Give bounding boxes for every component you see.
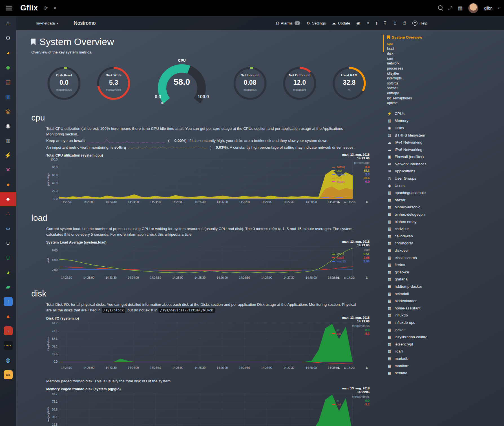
legend-item[interactable]: softirq0.0 xyxy=(332,165,370,169)
rail-item[interactable]: ⚡ xyxy=(0,148,16,162)
rail-item[interactable]: ▲ xyxy=(0,309,16,324)
sidebar-item-binhex-delugevpn[interactable]: ▦binhex-delugevpn xyxy=(387,211,504,218)
rail-item[interactable]: ∪ xyxy=(0,250,16,265)
sidebar-subitem-cpu[interactable]: cpu xyxy=(387,41,504,46)
chart-plot[interactable]: 0.019.539.158.678.197.714:22:3014:23:001… xyxy=(46,392,355,426)
sidebar-item-calibreweb[interactable]: ▦calibreweb xyxy=(387,233,504,240)
legend-item[interactable]: iowait0.0 xyxy=(332,180,370,184)
sidebar-item-jackett[interactable]: ▦jackett xyxy=(387,326,504,334)
twitter-icon[interactable]: ✦ xyxy=(366,21,370,26)
softirq-sparkline[interactable] xyxy=(128,145,207,150)
sidebar-item-ipv4-networking[interactable]: ☁IPv4 Networking xyxy=(387,139,504,146)
resize-handle-icon[interactable]: ⇕ xyxy=(365,366,368,370)
rail-item[interactable]: ▤ xyxy=(0,75,16,89)
zoom-out-icon[interactable]: − xyxy=(354,200,356,204)
sidebar-item-cadvisor[interactable]: ▦cadvisor xyxy=(387,225,504,233)
sidebar-item-applications[interactable]: ⊞Applications xyxy=(387,168,504,175)
play-icon[interactable]: ► xyxy=(337,276,341,280)
print-icon[interactable]: ⎙ xyxy=(403,21,406,26)
rail-item[interactable]: ↓ xyxy=(0,324,16,338)
pan-backward-icon[interactable]: « xyxy=(333,366,335,370)
hamburger-menu-icon[interactable] xyxy=(5,3,13,13)
rail-item[interactable]: ◕ xyxy=(0,265,16,280)
gauge-used-ram[interactable]: Used RAM32.8% xyxy=(332,66,367,101)
sidebar-subitem-entropy[interactable]: entropy xyxy=(387,91,504,96)
legend-item[interactable]: in0.0 xyxy=(332,328,370,332)
zoom-out-icon[interactable]: − xyxy=(354,276,356,280)
rail-item[interactable]: ◕ xyxy=(0,45,16,60)
sidebar-subitem-softirqs[interactable]: softirqs xyxy=(387,81,504,86)
sidebar-subitem-idlejitter[interactable]: idlejitter xyxy=(387,71,504,76)
rail-item[interactable]: ⚙ xyxy=(0,31,16,45)
sidebar-item-user-groups[interactable]: ◎User Groups xyxy=(387,175,504,182)
legend-item[interactable]: out-5.3 xyxy=(332,332,370,336)
zoom-out-icon[interactable]: − xyxy=(354,366,356,370)
sidebar-subitem-disk[interactable]: disk xyxy=(387,51,504,56)
gauge-net-inbound[interactable]: Net Inbound0.08megabits/s xyxy=(233,66,268,101)
rail-item[interactable]: ▥ xyxy=(0,89,16,104)
play-icon[interactable]: ► xyxy=(337,366,341,370)
sidebar-item-heimdall[interactable]: ▦heimdall xyxy=(387,290,504,298)
chart-plot[interactable]: 2.004.006.0014:22:3014:23:0014:23:3014:2… xyxy=(46,245,355,280)
pan-forward-icon[interactable]: » xyxy=(344,366,346,370)
sidebar-item-cpus[interactable]: ⚡CPUs xyxy=(387,110,504,117)
search-icon[interactable] xyxy=(438,5,443,11)
rail-item[interactable]: sab xyxy=(0,367,16,382)
legend-item[interactable]: in0.0 xyxy=(332,399,370,403)
chart-plot[interactable]: 0.020.040.060.080.0100.014:22:3014:23:00… xyxy=(46,158,355,205)
gauge-net-outbound[interactable]: Net Outbound12.0megabits/s xyxy=(282,66,317,101)
avatar[interactable] xyxy=(468,3,478,13)
gauge-disk-read[interactable]: Disk Read0.0megabytes/s xyxy=(47,66,81,101)
pan-backward-icon[interactable]: « xyxy=(333,200,335,204)
sidebar-item-hiddenloader[interactable]: ▦hiddenloader xyxy=(387,297,504,305)
pan-forward-icon[interactable]: » xyxy=(344,276,346,280)
server-dropdown[interactable]: my-netdata ▾ xyxy=(36,21,58,25)
sidebar-item-system-overview[interactable]: System Overview xyxy=(387,35,504,39)
github-icon[interactable]: ◉ xyxy=(356,21,360,26)
sidebar-subitem-load[interactable]: load xyxy=(387,46,504,52)
chart-plot[interactable]: 0.019.539.158.678.197.714:22:3014:23:001… xyxy=(46,321,355,371)
legend-item[interactable]: user35.3 xyxy=(332,169,370,173)
sidebar-subitem-network[interactable]: network xyxy=(387,61,504,66)
sidebar-item-influxdb-ups[interactable]: ▦influxdb-ups xyxy=(387,319,504,326)
rail-item[interactable]: ∴ xyxy=(0,206,16,221)
sidebar-item-mariadb[interactable]: ▦mariadb xyxy=(387,355,504,362)
rail-item[interactable]: LAZY xyxy=(0,338,16,353)
rail-item[interactable]: ◍ xyxy=(0,353,16,367)
sidebar-item-network-interfaces[interactable]: ⇄Network Interfaces xyxy=(387,160,504,168)
sidebar-item-binhex-emby[interactable]: ▦binhex-emby xyxy=(387,218,504,226)
rail-item[interactable]: ● xyxy=(0,177,16,192)
download-icon[interactable]: ↧ xyxy=(383,21,387,26)
rail-item[interactable]: ▰ xyxy=(0,280,16,294)
gauge-disk-write[interactable]: Disk Write5.3megabytes/s xyxy=(96,66,131,101)
sidebar-item-influxdb[interactable]: ▦influxdb xyxy=(387,312,504,319)
rail-item[interactable]: ✕ xyxy=(0,162,16,177)
grid-icon[interactable]: ▦ xyxy=(458,6,463,11)
sidebar-subitem-processes[interactable]: processes xyxy=(387,66,504,71)
update-button[interactable]: ☁ Update xyxy=(332,21,350,25)
sidebar-item-grafana[interactable]: ▦grafana xyxy=(387,276,504,283)
upload-icon[interactable]: ↥ xyxy=(393,21,397,26)
sidebar-item-users[interactable]: ◉Users xyxy=(387,182,504,189)
legend-item[interactable]: nice20.4 xyxy=(332,176,370,180)
facebook-icon[interactable]: f xyxy=(376,21,377,26)
iowait-sparkline[interactable] xyxy=(87,139,165,143)
sidebar-item-home-assistant[interactable]: ▦home-assistant xyxy=(387,305,504,312)
sidebar-item-chronograf[interactable]: ▦chronograf xyxy=(387,240,504,247)
sidebar-item-elasticsearch[interactable]: ▦elasticsearch xyxy=(387,254,504,262)
legend-item[interactable]: load52.68 xyxy=(332,256,370,260)
help-button[interactable]: ? Help xyxy=(412,21,427,26)
resize-handle-icon[interactable]: ⇕ xyxy=(365,200,368,204)
zoom-in-icon[interactable]: + xyxy=(349,366,351,370)
alarms-button[interactable]: Ω Alarms 2 xyxy=(276,21,300,25)
sidebar-item-memory[interactable]: ▥Memory xyxy=(387,117,504,124)
sidebar-item-btrfs-filesystem[interactable]: ▤BTRFS filesystem xyxy=(387,132,504,139)
sidebar-subitem-uptime[interactable]: uptime xyxy=(387,101,504,106)
rail-item[interactable]: ⌂ xyxy=(0,16,16,31)
legend-item[interactable]: load152.06 xyxy=(332,260,370,263)
sidebar-item-hddtemp-docker[interactable]: ▦hddtemp-docker xyxy=(387,283,504,290)
sidebar-item-bazarr[interactable]: ▦bazarr xyxy=(387,197,504,204)
sidebar-item-firewall-netfilter-[interactable]: ▣Firewall (netfilter) xyxy=(387,153,504,160)
sidebar-subitem-softnet[interactable]: softnet xyxy=(387,86,504,91)
sidebar-subitem-interrupts[interactable]: interrupts xyxy=(387,76,504,81)
